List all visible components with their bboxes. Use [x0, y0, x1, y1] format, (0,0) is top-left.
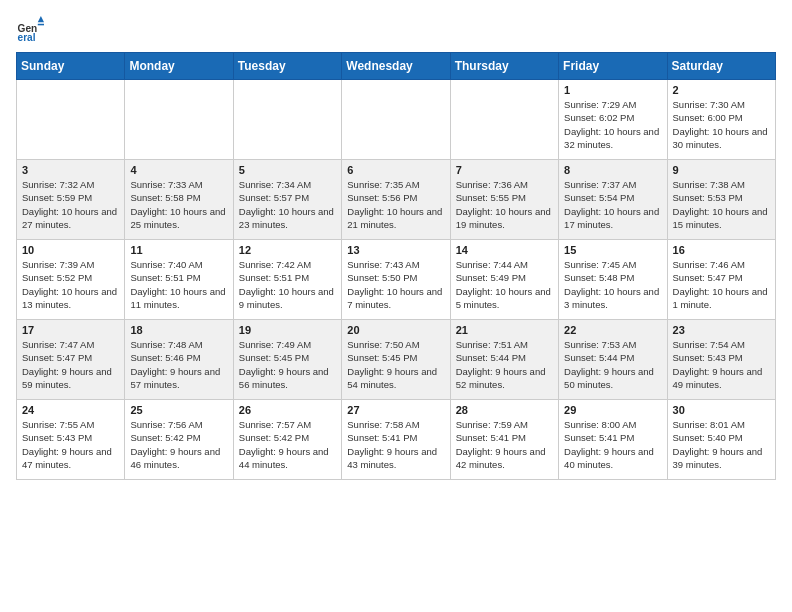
day-number: 1 — [564, 84, 661, 96]
day-number: 24 — [22, 404, 119, 416]
day-cell-21: 21Sunrise: 7:51 AM Sunset: 5:44 PM Dayli… — [450, 320, 558, 400]
day-number: 18 — [130, 324, 227, 336]
day-cell-30: 30Sunrise: 8:01 AM Sunset: 5:40 PM Dayli… — [667, 400, 775, 480]
svg-text:eral: eral — [18, 32, 36, 43]
day-cell-29: 29Sunrise: 8:00 AM Sunset: 5:41 PM Dayli… — [559, 400, 667, 480]
day-cell-8: 8Sunrise: 7:37 AM Sunset: 5:54 PM Daylig… — [559, 160, 667, 240]
day-cell-22: 22Sunrise: 7:53 AM Sunset: 5:44 PM Dayli… — [559, 320, 667, 400]
day-number: 23 — [673, 324, 770, 336]
day-info: Sunrise: 8:01 AM Sunset: 5:40 PM Dayligh… — [673, 418, 770, 471]
day-number: 12 — [239, 244, 336, 256]
day-cell-28: 28Sunrise: 7:59 AM Sunset: 5:41 PM Dayli… — [450, 400, 558, 480]
calendar-week-2: 3Sunrise: 7:32 AM Sunset: 5:59 PM Daylig… — [17, 160, 776, 240]
day-info: Sunrise: 7:44 AM Sunset: 5:49 PM Dayligh… — [456, 258, 553, 311]
day-number: 27 — [347, 404, 444, 416]
day-cell-18: 18Sunrise: 7:48 AM Sunset: 5:46 PM Dayli… — [125, 320, 233, 400]
day-info: Sunrise: 7:59 AM Sunset: 5:41 PM Dayligh… — [456, 418, 553, 471]
day-number: 22 — [564, 324, 661, 336]
empty-cell — [342, 80, 450, 160]
day-info: Sunrise: 7:34 AM Sunset: 5:57 PM Dayligh… — [239, 178, 336, 231]
day-number: 10 — [22, 244, 119, 256]
day-number: 6 — [347, 164, 444, 176]
day-number: 25 — [130, 404, 227, 416]
day-cell-25: 25Sunrise: 7:56 AM Sunset: 5:42 PM Dayli… — [125, 400, 233, 480]
day-info: Sunrise: 7:38 AM Sunset: 5:53 PM Dayligh… — [673, 178, 770, 231]
day-cell-14: 14Sunrise: 7:44 AM Sunset: 5:49 PM Dayli… — [450, 240, 558, 320]
day-cell-27: 27Sunrise: 7:58 AM Sunset: 5:41 PM Dayli… — [342, 400, 450, 480]
day-number: 19 — [239, 324, 336, 336]
day-info: Sunrise: 7:33 AM Sunset: 5:58 PM Dayligh… — [130, 178, 227, 231]
empty-cell — [17, 80, 125, 160]
day-cell-20: 20Sunrise: 7:50 AM Sunset: 5:45 PM Dayli… — [342, 320, 450, 400]
day-number: 11 — [130, 244, 227, 256]
day-number: 26 — [239, 404, 336, 416]
day-info: Sunrise: 7:49 AM Sunset: 5:45 PM Dayligh… — [239, 338, 336, 391]
day-number: 16 — [673, 244, 770, 256]
day-cell-26: 26Sunrise: 7:57 AM Sunset: 5:42 PM Dayli… — [233, 400, 341, 480]
day-info: Sunrise: 7:37 AM Sunset: 5:54 PM Dayligh… — [564, 178, 661, 231]
day-number: 13 — [347, 244, 444, 256]
calendar-table: SundayMondayTuesdayWednesdayThursdayFrid… — [16, 52, 776, 480]
day-info: Sunrise: 7:58 AM Sunset: 5:41 PM Dayligh… — [347, 418, 444, 471]
calendar-week-4: 17Sunrise: 7:47 AM Sunset: 5:47 PM Dayli… — [17, 320, 776, 400]
day-info: Sunrise: 7:35 AM Sunset: 5:56 PM Dayligh… — [347, 178, 444, 231]
day-info: Sunrise: 7:39 AM Sunset: 5:52 PM Dayligh… — [22, 258, 119, 311]
svg-marker-2 — [38, 16, 44, 22]
day-cell-1: 1Sunrise: 7:29 AM Sunset: 6:02 PM Daylig… — [559, 80, 667, 160]
logo: Gen eral — [16, 16, 48, 44]
day-cell-17: 17Sunrise: 7:47 AM Sunset: 5:47 PM Dayli… — [17, 320, 125, 400]
calendar-week-3: 10Sunrise: 7:39 AM Sunset: 5:52 PM Dayli… — [17, 240, 776, 320]
day-header-thursday: Thursday — [450, 53, 558, 80]
day-info: Sunrise: 7:50 AM Sunset: 5:45 PM Dayligh… — [347, 338, 444, 391]
day-info: Sunrise: 7:43 AM Sunset: 5:50 PM Dayligh… — [347, 258, 444, 311]
day-cell-15: 15Sunrise: 7:45 AM Sunset: 5:48 PM Dayli… — [559, 240, 667, 320]
day-header-monday: Monday — [125, 53, 233, 80]
day-info: Sunrise: 7:47 AM Sunset: 5:47 PM Dayligh… — [22, 338, 119, 391]
day-cell-11: 11Sunrise: 7:40 AM Sunset: 5:51 PM Dayli… — [125, 240, 233, 320]
day-number: 5 — [239, 164, 336, 176]
day-number: 8 — [564, 164, 661, 176]
empty-cell — [125, 80, 233, 160]
day-info: Sunrise: 7:29 AM Sunset: 6:02 PM Dayligh… — [564, 98, 661, 151]
day-cell-2: 2Sunrise: 7:30 AM Sunset: 6:00 PM Daylig… — [667, 80, 775, 160]
day-number: 29 — [564, 404, 661, 416]
empty-cell — [450, 80, 558, 160]
day-header-friday: Friday — [559, 53, 667, 80]
day-cell-24: 24Sunrise: 7:55 AM Sunset: 5:43 PM Dayli… — [17, 400, 125, 480]
day-header-sunday: Sunday — [17, 53, 125, 80]
day-info: Sunrise: 7:55 AM Sunset: 5:43 PM Dayligh… — [22, 418, 119, 471]
day-number: 17 — [22, 324, 119, 336]
page-header: Gen eral — [16, 16, 776, 44]
day-info: Sunrise: 7:54 AM Sunset: 5:43 PM Dayligh… — [673, 338, 770, 391]
day-info: Sunrise: 7:32 AM Sunset: 5:59 PM Dayligh… — [22, 178, 119, 231]
day-header-saturday: Saturday — [667, 53, 775, 80]
day-cell-6: 6Sunrise: 7:35 AM Sunset: 5:56 PM Daylig… — [342, 160, 450, 240]
day-number: 30 — [673, 404, 770, 416]
day-cell-10: 10Sunrise: 7:39 AM Sunset: 5:52 PM Dayli… — [17, 240, 125, 320]
day-info: Sunrise: 7:48 AM Sunset: 5:46 PM Dayligh… — [130, 338, 227, 391]
day-number: 2 — [673, 84, 770, 96]
day-cell-13: 13Sunrise: 7:43 AM Sunset: 5:50 PM Dayli… — [342, 240, 450, 320]
day-info: Sunrise: 8:00 AM Sunset: 5:41 PM Dayligh… — [564, 418, 661, 471]
day-cell-5: 5Sunrise: 7:34 AM Sunset: 5:57 PM Daylig… — [233, 160, 341, 240]
day-header-wednesday: Wednesday — [342, 53, 450, 80]
day-info: Sunrise: 7:53 AM Sunset: 5:44 PM Dayligh… — [564, 338, 661, 391]
empty-cell — [233, 80, 341, 160]
day-cell-16: 16Sunrise: 7:46 AM Sunset: 5:47 PM Dayli… — [667, 240, 775, 320]
day-number: 9 — [673, 164, 770, 176]
logo-icon: Gen eral — [16, 16, 44, 44]
day-number: 14 — [456, 244, 553, 256]
day-info: Sunrise: 7:36 AM Sunset: 5:55 PM Dayligh… — [456, 178, 553, 231]
day-info: Sunrise: 7:45 AM Sunset: 5:48 PM Dayligh… — [564, 258, 661, 311]
day-number: 21 — [456, 324, 553, 336]
day-number: 7 — [456, 164, 553, 176]
day-info: Sunrise: 7:57 AM Sunset: 5:42 PM Dayligh… — [239, 418, 336, 471]
calendar-week-5: 24Sunrise: 7:55 AM Sunset: 5:43 PM Dayli… — [17, 400, 776, 480]
day-info: Sunrise: 7:51 AM Sunset: 5:44 PM Dayligh… — [456, 338, 553, 391]
day-cell-19: 19Sunrise: 7:49 AM Sunset: 5:45 PM Dayli… — [233, 320, 341, 400]
days-header-row: SundayMondayTuesdayWednesdayThursdayFrid… — [17, 53, 776, 80]
day-cell-4: 4Sunrise: 7:33 AM Sunset: 5:58 PM Daylig… — [125, 160, 233, 240]
day-info: Sunrise: 7:56 AM Sunset: 5:42 PM Dayligh… — [130, 418, 227, 471]
day-info: Sunrise: 7:46 AM Sunset: 5:47 PM Dayligh… — [673, 258, 770, 311]
day-number: 15 — [564, 244, 661, 256]
